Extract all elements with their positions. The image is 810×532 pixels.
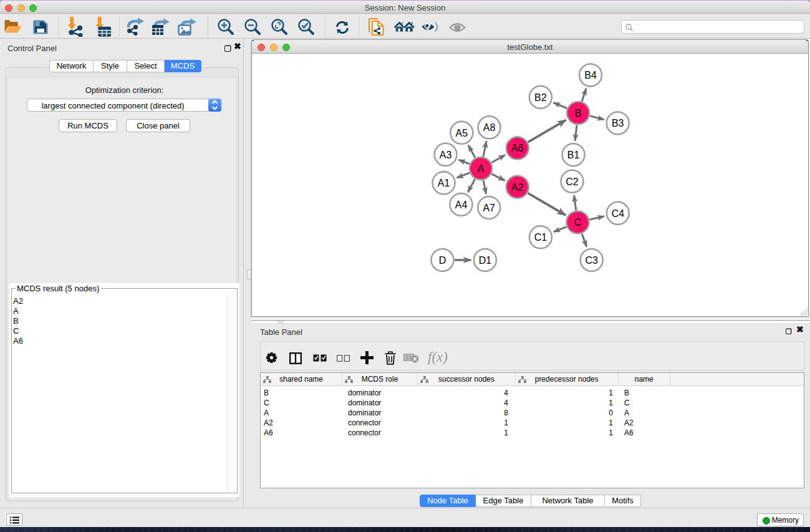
svg-text:A6: A6 bbox=[511, 143, 524, 153]
svg-text:A5: A5 bbox=[456, 128, 468, 138]
svg-text:A7: A7 bbox=[483, 203, 495, 213]
svg-text:B1: B1 bbox=[567, 150, 580, 160]
svg-text:A: A bbox=[478, 163, 485, 174]
svg-text:B: B bbox=[575, 108, 582, 118]
svg-text:B4: B4 bbox=[584, 70, 597, 80]
svg-text:C: C bbox=[574, 217, 582, 228]
svg-text:A1: A1 bbox=[438, 178, 450, 188]
svg-text:A4: A4 bbox=[455, 200, 468, 210]
svg-text:A3: A3 bbox=[440, 150, 452, 160]
svg-text:D: D bbox=[439, 255, 446, 266]
svg-text:B2: B2 bbox=[534, 92, 547, 103]
svg-text:C2: C2 bbox=[566, 177, 579, 187]
svg-text:C3: C3 bbox=[585, 255, 598, 266]
svg-text:A8: A8 bbox=[483, 122, 496, 133]
svg-text:A2: A2 bbox=[511, 182, 524, 193]
svg-text:C1: C1 bbox=[534, 232, 547, 243]
svg-text:B3: B3 bbox=[612, 118, 624, 128]
svg-text:C4: C4 bbox=[612, 208, 625, 219]
svg-text:D1: D1 bbox=[479, 255, 492, 266]
